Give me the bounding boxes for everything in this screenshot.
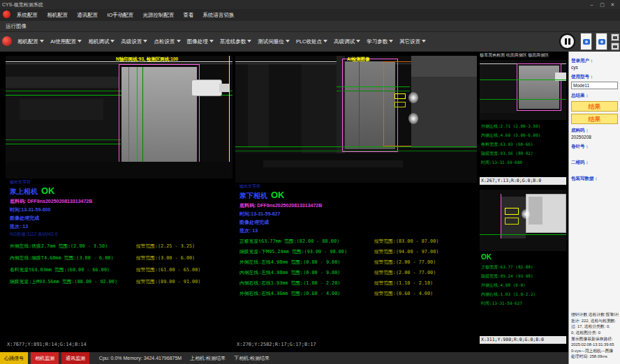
titlebar: CYS-视觉检测系统 – ▢ ✕ <box>0 0 620 9</box>
tool-baseline-params[interactable]: 基准线参数 <box>220 38 252 45</box>
menu-io-manual-config[interactable]: IO手动配置 <box>107 12 133 18</box>
camera-result-line: 浆下相机OK <box>239 190 475 201</box>
camera-image-upper[interactable]: N轴印两线:93, 检测区两线:100 <box>6 56 232 179</box>
result-badge-lower: 结果 <box>571 114 618 124</box>
qr-code-value <box>571 167 618 172</box>
guide-line <box>337 86 410 87</box>
machine-part <box>248 64 269 148</box>
guide-line <box>235 151 477 151</box>
tool-image-processing[interactable]: 图像处理 <box>187 38 214 45</box>
guide-line <box>480 79 566 80</box>
tabbar: 运行图像 <box>0 21 620 32</box>
camera-result-line: 浆上相机OK <box>10 185 231 197</box>
measurement-value: 内侧左线:左线4.98mm 范围:(0.00 - 9.00) <box>239 269 374 276</box>
measurement-row: 卷料宽度t63.03mm 范围:(60.00 - 66.00)报警范围:(61.… <box>10 266 231 273</box>
measurement-row: 内侧左线:隔膜T4.60mm 范围:(3.00 - 6.00)报警范围:(3.0… <box>10 255 231 261</box>
chevron-down-icon <box>40 40 44 43</box>
note-line: 输出文字符 <box>10 180 231 185</box>
menu-light-control-config[interactable]: 光源控制配置 <box>142 12 174 18</box>
needle-number-value <box>571 151 618 156</box>
measurement-value: 正极宽度t63.77mm 范围:(82.00 - 88.00) <box>239 238 374 245</box>
tool-camera-debug[interactable]: 相机调试 <box>88 38 115 45</box>
model-label: 使用型号： <box>571 74 618 80</box>
machine-part <box>411 56 477 77</box>
tool-test-servo[interactable]: 测试伺服位 <box>258 38 290 45</box>
sidebar: 登录用户： cys 使用型号： Mode11 总结果： 结果 结果 底料码： 2… <box>568 52 620 364</box>
upper-camera-result-label: 上相机:检测结果 <box>190 356 226 361</box>
thumb-line: 时间:13-31-59-627 <box>481 298 566 308</box>
chevron-down-icon <box>286 40 290 43</box>
tool-ai-config[interactable]: AI使用配置 <box>50 38 82 45</box>
camera-view-lower: AI检测图像 输出文字符 浆下相机OK 底料码: DFFIins20250208… <box>235 56 477 349</box>
measurement-value: 隔膜宽度:下M95.24mm 范围:(93.00 - 98.00) <box>239 248 374 255</box>
chevron-down-icon <box>143 40 147 43</box>
machine-part <box>302 64 337 162</box>
tool-label: 测试伺服位 <box>258 38 284 45</box>
note-line: 输出文字符 <box>239 184 475 189</box>
menu-camera-config[interactable]: 相机配置 <box>47 12 68 18</box>
measurement-value: 卷料宽度t63.03mm 范围:(60.00 - 66.00) <box>10 266 136 273</box>
camera-view-upper: N轴印两线:93, 检测区两线:100 输出文字符 浆上相机OK 底料码: DF… <box>6 56 232 349</box>
total-result-label: 总结果： <box>571 93 618 99</box>
tool-advanced-settings[interactable]: 高级设置 <box>121 38 147 45</box>
tool-plc-points[interactable]: PLC收短点 <box>296 38 327 45</box>
tool-learning-params[interactable]: 学习参数 <box>367 38 393 45</box>
thumbnail-image-top[interactable] <box>480 60 566 120</box>
window-title: CYS-视觉检测系统 <box>2 1 586 8</box>
maximize-button[interactable]: ▢ <box>597 0 607 9</box>
result-info-lower: 输出文字符 浆下相机OK 底料码: DFFIins202502081331347… <box>239 184 475 301</box>
camera-bottom-button[interactable] <box>596 33 607 50</box>
guide-line <box>480 99 566 100</box>
pause-button[interactable] <box>559 33 575 50</box>
login-user-value: cys <box>571 65 618 70</box>
menubar: 系统配置 相机配置 通讯配置 IO手动配置 光源控制配置 查看 系统语言切换 <box>0 9 620 21</box>
minimize-button[interactable]: – <box>586 0 597 9</box>
menu-system-config[interactable]: 系统配置 <box>17 12 38 18</box>
panel-toggle-bottom-button[interactable] <box>611 43 619 50</box>
thumbnail-header-label: 极耳黑色检测 纸面两侧区 极面两侧区 <box>480 52 566 59</box>
machine-part <box>6 162 232 179</box>
thumb-line: 时间:13-31-59-600 <box>481 158 566 167</box>
menu-view[interactable]: 查看 <box>183 12 193 18</box>
chevron-down-icon <box>110 40 115 43</box>
chevron-down-icon <box>78 40 82 43</box>
app-logo-icon <box>3 10 10 18</box>
process-status-line: 图像处理完成 <box>10 215 231 222</box>
stat-line: 显示图像最新保存路径: <box>571 336 619 342</box>
stat-line: 批计: 222, 送检与检测数: <box>571 318 619 324</box>
pause-icon <box>561 35 574 48</box>
time-line: 时间:13-31-59-600 <box>10 206 231 213</box>
statistics-block: 绕针计数 送检计数 报警计数 批计: 222, 送检与检测数: 过: 17, 送… <box>571 312 619 360</box>
bright-block-detail <box>529 197 542 225</box>
menu-comm-config[interactable]: 通讯配置 <box>77 12 98 18</box>
guide-line <box>137 67 138 162</box>
needle-number-label: 卷针号： <box>571 144 618 150</box>
tab-run-image[interactable]: 运行图像 <box>6 23 27 29</box>
clip-part <box>191 79 222 96</box>
panel-toggle-top-button[interactable] <box>611 33 619 41</box>
close-button[interactable]: ✕ <box>607 0 618 9</box>
measurement-warn: 报警范围:(1.10 - 2.10) <box>374 280 433 287</box>
model-value-box[interactable]: Mode11 <box>571 82 618 89</box>
camera-top-button[interactable] <box>580 33 592 50</box>
thumbnail-text-bottom: OK 正极宽度:63.77 (82-88) 隔膜宽度:95.24 (93-98)… <box>481 252 566 335</box>
thumb-line: 内侧右线:1.93 (1.0-2.2) <box>481 289 566 298</box>
tool-camera-config[interactable]: 相机配置 <box>17 38 44 45</box>
tool-other-settings[interactable]: 其它设置 <box>399 38 426 45</box>
lower-camera-result-label: 下相机:检测结果 <box>234 356 270 361</box>
measurement-warn: 报警范围:(83.00 - 87.00) <box>374 238 439 245</box>
comm-status-chip: 通讯监测 <box>61 352 89 364</box>
guide-line <box>142 67 143 162</box>
menu-language-switch[interactable]: 系统语言切换 <box>203 12 235 18</box>
thumbnail-image-bottom[interactable] <box>480 190 566 251</box>
measurement-warn: 报警范围:(89.00 - 91.00) <box>136 278 201 285</box>
thumbnail-column: 极耳黑色检测 纸面两侧区 极面两侧区 外侧左线:2.71 (2.00-3.50)… <box>480 52 566 352</box>
thumb-line: 外侧左线:4.98 (0-9) <box>481 280 566 289</box>
tool-advanced-debug[interactable]: 高级调试 <box>334 38 360 45</box>
guide-line <box>235 146 477 147</box>
tool-spot-check[interactable]: 点检设置 <box>154 38 181 45</box>
panel-toggle-group <box>611 33 619 52</box>
chevron-down-icon <box>356 40 360 43</box>
measurement-warn: 报警范围:(61.00 - 65.00) <box>136 266 201 273</box>
camera-image-lower[interactable]: AI检测图像 <box>235 56 477 183</box>
